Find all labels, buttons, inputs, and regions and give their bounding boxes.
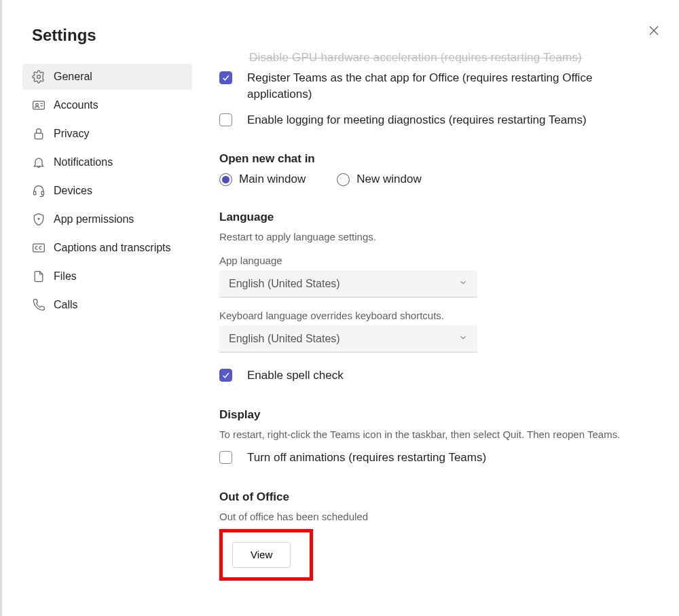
sidebar-item-privacy[interactable]: Privacy	[22, 121, 192, 147]
phone-icon	[32, 298, 45, 312]
svg-rect-9	[41, 192, 43, 195]
checkbox-register-teams[interactable]	[219, 71, 232, 84]
checkbox-enable-logging[interactable]	[219, 113, 232, 126]
sidebar-item-label: Captions and transcripts	[54, 242, 171, 254]
sidebar-item-label: App permissions	[54, 213, 134, 225]
section-language-title: Language	[219, 211, 635, 224]
sidebar-item-calls[interactable]: Calls	[22, 292, 192, 318]
shield-icon	[32, 213, 45, 226]
checkbox-label: Turn off animations (requires restarting…	[247, 450, 486, 466]
file-icon	[32, 270, 45, 283]
sidebar-item-devices[interactable]: Devices	[22, 178, 192, 204]
check-icon	[221, 371, 230, 380]
gear-icon	[32, 70, 45, 84]
lock-icon	[32, 127, 45, 141]
sidebar-item-general[interactable]: General	[22, 64, 192, 90]
close-icon	[648, 24, 660, 37]
checkbox-label: Register Teams as the chat app for Offic…	[247, 70, 627, 103]
svg-rect-11	[33, 244, 45, 252]
app-language-dropdown[interactable]: English (United States)	[219, 270, 477, 297]
app-language-label: App language	[219, 255, 635, 266]
sidebar-item-label: Privacy	[54, 128, 89, 140]
chevron-down-icon	[458, 333, 468, 345]
id-card-icon	[32, 98, 45, 112]
dropdown-value: English (United States)	[229, 333, 340, 345]
radio-new-window[interactable]: New window	[337, 173, 421, 186]
section-display-title: Display	[219, 408, 635, 422]
settings-main: Disable GPU hardware acceleration (requi…	[192, 14, 662, 616]
captions-icon	[32, 241, 45, 255]
sidebar-item-label: Accounts	[54, 99, 98, 111]
display-restart-hint: To restart, right-click the Teams icon i…	[219, 429, 635, 440]
section-out-of-office-title: Out of Office	[219, 490, 635, 504]
check-icon	[221, 73, 230, 82]
radio-label: New window	[356, 173, 421, 186]
language-restart-hint: Restart to apply language settings.	[219, 231, 635, 242]
bell-icon	[32, 156, 45, 169]
radio-icon	[219, 173, 232, 186]
settings-title: Settings	[32, 26, 192, 45]
annotation-highlight: View	[219, 529, 313, 581]
sidebar-item-captions[interactable]: Captions and transcripts	[22, 235, 192, 261]
sidebar-item-app-permissions[interactable]: App permissions	[22, 206, 192, 232]
sidebar-item-label: Notifications	[54, 156, 113, 168]
radio-label: Main window	[239, 173, 306, 186]
checkbox-label: Enable logging for meeting diagnostics (…	[247, 112, 587, 128]
keyboard-language-dropdown[interactable]: English (United States)	[219, 325, 477, 352]
svg-point-10	[38, 218, 39, 219]
sidebar-item-files[interactable]: Files	[22, 264, 192, 289]
sidebar-item-label: Calls	[54, 299, 78, 311]
sidebar-item-label: Files	[54, 270, 77, 283]
sidebar-item-accounts[interactable]: Accounts	[22, 92, 192, 118]
settings-sidebar: Settings General Accounts Privacy Notifi…	[22, 14, 192, 616]
view-button[interactable]: View	[232, 542, 291, 568]
svg-rect-7	[35, 133, 43, 139]
radio-main-window[interactable]: Main window	[219, 173, 306, 186]
svg-point-2	[37, 75, 41, 79]
checkbox-label: Enable spell check	[247, 367, 344, 384]
section-open-chat-title: Open new chat in	[219, 152, 635, 166]
checkbox-spell-check[interactable]	[219, 369, 232, 382]
out-of-office-status: Out of office has been scheduled	[219, 511, 635, 522]
cutoff-option-text: Disable GPU hardware acceleration (requi…	[249, 51, 635, 65]
svg-point-4	[36, 103, 39, 106]
chevron-down-icon	[458, 278, 468, 290]
radio-icon	[337, 173, 350, 186]
svg-rect-8	[34, 192, 36, 195]
dropdown-value: English (United States)	[229, 278, 340, 290]
sidebar-item-label: General	[54, 71, 92, 83]
checkbox-turn-off-animations[interactable]	[219, 451, 232, 464]
sidebar-item-notifications[interactable]: Notifications	[22, 149, 192, 175]
keyboard-language-hint: Keyboard language overrides keyboard sho…	[219, 310, 635, 321]
sidebar-item-label: Devices	[54, 185, 92, 197]
headset-icon	[32, 184, 45, 198]
close-button[interactable]	[648, 24, 660, 37]
